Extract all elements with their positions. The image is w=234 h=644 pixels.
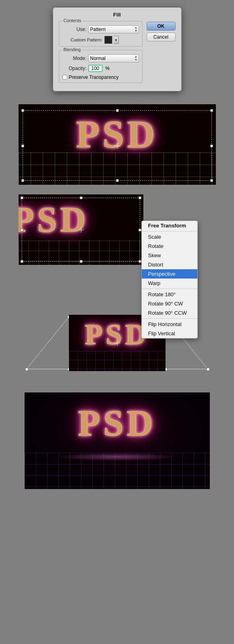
menu-item-warp[interactable]: Warp — [142, 279, 197, 288]
handle-bc-2[interactable] — [80, 260, 83, 263]
opacity-unit: % — [106, 66, 110, 71]
menu-item-rotate-90ccw[interactable]: Rotate 90° CCW — [142, 308, 197, 318]
handle-bl-1[interactable] — [21, 179, 24, 182]
use-select[interactable]: Pattern Foreground Color Background Colo… — [88, 25, 139, 33]
psd-text-3: PSD — [85, 318, 149, 351]
mode-row: Mode: Normal Dissolve Multiply Screen Ov… — [62, 54, 139, 62]
glow-reflection — [57, 453, 178, 461]
handle-tc-1[interactable] — [116, 109, 119, 112]
menu-item-free-transform[interactable]: Free Transform — [142, 221, 197, 230]
opacity-input[interactable] — [88, 65, 103, 72]
psd-text-4: PSD — [78, 402, 156, 444]
dialog-overlay: Fill Contents Use: Pattern Foreground Co… — [0, 0, 234, 99]
blending-label: Blending — [62, 47, 82, 52]
dialog-right: OK Cancel — [147, 21, 176, 86]
psd-canvas-1[interactable]: PSD — [19, 104, 216, 185]
menu-item-perspective[interactable]: Perspective — [142, 269, 197, 279]
crosshair-2 — [78, 227, 84, 233]
handle-tc-2[interactable] — [80, 196, 83, 199]
transform-box-1 — [23, 110, 212, 181]
crosshair-3 — [114, 340, 120, 346]
menu-item-flip-v[interactable]: Flip Vertical — [142, 329, 197, 338]
transform-box-2 — [22, 198, 140, 262]
menu-item-rotate-180[interactable]: Rotate 180° — [142, 290, 197, 299]
menu-sep-2 — [142, 289, 197, 289]
canvas-wrapper-4: PSD — [25, 392, 210, 489]
canvas-context-wrapper: PSD Free Transform Scale Rotate Skew D — [19, 194, 216, 303]
psd-canvas-2[interactable]: PSD — [19, 194, 143, 265]
crosshair-1 — [114, 143, 120, 149]
pattern-arrow[interactable]: ▼ — [114, 36, 119, 44]
handle-bl-2[interactable] — [21, 260, 23, 263]
mode-select[interactable]: Normal Dissolve Multiply Screen Overlay — [88, 54, 139, 62]
opacity-label: Opacity: — [62, 66, 87, 71]
context-menu: Free Transform Scale Rotate Skew Distort… — [141, 221, 198, 339]
menu-item-distort[interactable]: Distort — [142, 260, 197, 269]
menu-item-skew[interactable]: Skew — [142, 251, 197, 260]
dialog-body: Contents Use: Pattern Foreground Color B… — [59, 21, 176, 86]
handle-br-1[interactable] — [210, 179, 213, 182]
handle-tr-1[interactable] — [210, 109, 213, 112]
handle-mr-2[interactable] — [139, 229, 141, 231]
pattern-swatch[interactable] — [104, 36, 112, 44]
contents-label: Contents — [62, 18, 83, 23]
canvas-section-1: PSD — [0, 99, 234, 190]
mode-select-wrapper[interactable]: Normal Dissolve Multiply Screen Overlay … — [88, 54, 139, 62]
menu-item-flip-h[interactable]: Flip Horizontal — [142, 320, 197, 329]
svg-rect-4 — [25, 368, 28, 371]
custom-pattern-label: Custom Pattern: — [62, 37, 103, 42]
handle-ml-2[interactable] — [21, 229, 23, 231]
handle-br-2[interactable] — [139, 260, 141, 263]
contents-fieldset: Contents Use: Pattern Foreground Color B… — [59, 21, 143, 47]
handle-tl-1[interactable] — [21, 109, 24, 112]
ok-button[interactable]: OK — [147, 22, 176, 31]
fill-dialog: Fill Contents Use: Pattern Foreground Co… — [53, 7, 182, 91]
mode-label: Mode: — [62, 56, 87, 61]
handle-ml-1[interactable] — [21, 144, 24, 147]
handle-bc-1[interactable] — [116, 179, 119, 182]
use-label: Use: — [62, 27, 87, 32]
grid-overlay-3 — [69, 351, 166, 371]
menu-sep-1 — [142, 231, 197, 231]
preserve-row: Preserve Transparency — [62, 74, 139, 80]
menu-item-rotate-90cw[interactable]: Rotate 90° CW — [142, 299, 197, 308]
dialog-left: Contents Use: Pattern Foreground Color B… — [59, 21, 143, 86]
svg-rect-5 — [207, 368, 209, 371]
use-row: Use: Pattern Foreground Color Background… — [62, 25, 139, 33]
menu-item-rotate[interactable]: Rotate — [142, 242, 197, 251]
canvas-section-4: PSD — [0, 384, 234, 497]
svg-line-1 — [27, 317, 69, 369]
menu-item-scale[interactable]: Scale — [142, 232, 197, 242]
psd-canvas-4: PSD — [25, 392, 210, 489]
handle-tl-2[interactable] — [21, 196, 23, 199]
handle-tr-2[interactable] — [139, 196, 141, 199]
menu-sep-3 — [142, 318, 197, 319]
canvas-section-2: PSD Free Transform Scale Rotate Skew D — [0, 190, 234, 309]
dialog-title: Fill — [59, 12, 176, 18]
opacity-row: Opacity: % — [62, 65, 139, 72]
canvas-wrapper-1: PSD — [19, 104, 216, 185]
blending-fieldset: Blending Mode: Normal Dissolve Multiply … — [59, 50, 143, 83]
preserve-label: Preserve Transparency — [69, 74, 119, 80]
preserve-checkbox[interactable] — [62, 75, 67, 80]
use-select-wrapper[interactable]: Pattern Foreground Color Background Colo… — [88, 25, 139, 33]
perspective-section: PSD — [0, 309, 234, 384]
custom-pattern-row: Custom Pattern: ▼ — [62, 36, 139, 44]
handle-mr-1[interactable] — [210, 144, 213, 147]
cancel-button[interactable]: Cancel — [147, 33, 176, 41]
